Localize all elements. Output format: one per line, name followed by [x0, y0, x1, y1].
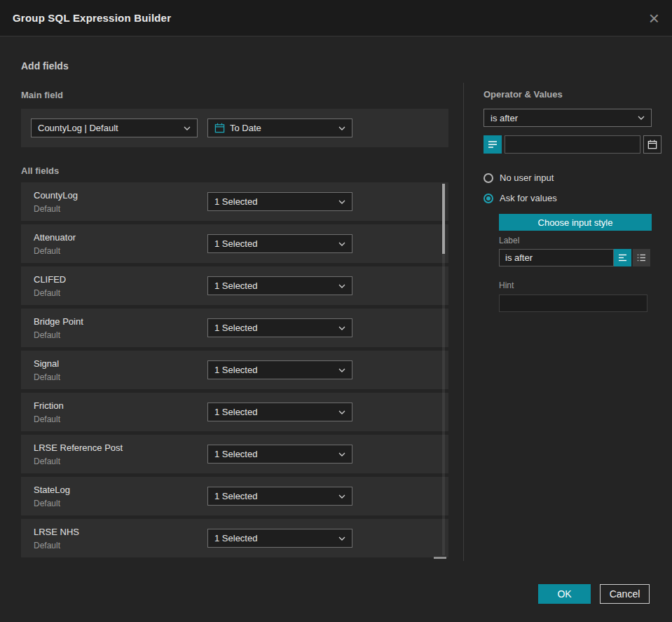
field-row-friction: Friction Default 1 Selected: [21, 393, 448, 431]
input-style-icon-button[interactable]: [484, 135, 502, 154]
chevron-down-icon: [338, 200, 345, 204]
chevron-down-icon: [338, 452, 345, 457]
field-selected-dropdown[interactable]: 1 Selected: [207, 276, 352, 295]
chevron-down-icon: [338, 536, 345, 541]
date-dropdown-value: To Date: [230, 123, 334, 133]
chevron-down-icon: [338, 326, 345, 330]
dialog-header: Group SQL Expression Builder ×: [0, 0, 672, 36]
main-field-dropdown[interactable]: CountyLog | Default: [31, 119, 198, 137]
group-sql-expression-builder-dialog: Group SQL Expression Builder × Add field…: [0, 0, 672, 622]
label-input-row: [499, 249, 652, 266]
field-selected-dropdown[interactable]: 1 Selected: [207, 360, 352, 379]
field-name: StateLog: [34, 485, 70, 495]
list-style-icon-button[interactable]: [633, 249, 650, 266]
align-left-icon: [618, 254, 627, 262]
field-selected-value: 1 Selected: [214, 533, 334, 543]
dialog-title: Group SQL Expression Builder: [13, 12, 171, 24]
field-name: LRSE Reference Post: [34, 442, 123, 453]
choose-input-style-button[interactable]: Choose input style: [499, 214, 652, 231]
radio-no-user-input-label: No user input: [500, 173, 554, 183]
field-sublabel: Default: [34, 457, 60, 466]
field-name: Friction: [34, 400, 64, 411]
value-input-row: [484, 135, 652, 154]
chevron-down-icon: [338, 494, 345, 499]
field-selected-dropdown[interactable]: 1 Selected: [207, 234, 352, 253]
hint-caption: Hint: [499, 280, 514, 290]
chevron-down-icon: [338, 410, 345, 414]
all-fields-label: All fields: [21, 165, 59, 176]
add-fields-heading: Add fields: [21, 60, 69, 72]
close-icon[interactable]: ×: [649, 9, 659, 27]
chevron-down-icon: [338, 368, 345, 372]
main-field-dropdown-value: CountyLog | Default: [38, 123, 179, 133]
field-selected-dropdown[interactable]: 1 Selected: [207, 529, 352, 548]
field-selected-value: 1 Selected: [214, 238, 334, 249]
radio-ask-for-values-label: Ask for values: [500, 193, 557, 203]
field-selected-dropdown[interactable]: 1 Selected: [207, 487, 352, 506]
field-sublabel: Default: [34, 288, 60, 298]
field-name: CLIFED: [34, 274, 66, 285]
list-icon: [637, 254, 646, 262]
field-row-countylog: CountyLog Default 1 Selected: [21, 182, 448, 221]
field-name: CountyLog: [34, 190, 78, 201]
field-sublabel: Default: [34, 541, 60, 550]
field-sublabel: Default: [34, 204, 60, 214]
field-row-lrse-nhs: LRSE NHS Default 1 Selected: [21, 519, 448, 557]
field-name: Signal: [34, 358, 59, 369]
horizontal-scrollbar[interactable]: [434, 557, 446, 559]
input-lines-icon: [488, 140, 498, 149]
vertical-scrollbar[interactable]: [442, 184, 445, 555]
chevron-down-icon: [638, 116, 645, 120]
field-selected-value: 1 Selected: [214, 449, 334, 459]
field-row-signal: Signal Default 1 Selected: [21, 351, 448, 389]
chevron-down-icon: [338, 242, 345, 246]
radio-no-user-input[interactable]: No user input: [484, 173, 554, 183]
field-name: LRSE NHS: [34, 527, 79, 537]
radio-circle-selected-icon[interactable]: [484, 194, 493, 203]
cancel-button[interactable]: Cancel: [600, 584, 650, 604]
field-row-lrse-reference-post: LRSE Reference Post Default 1 Selected: [21, 435, 448, 473]
field-selected-value: 1 Selected: [214, 280, 334, 291]
chevron-down-icon: [184, 126, 191, 130]
main-field-label: Main field: [21, 90, 63, 100]
field-sublabel: Default: [34, 372, 60, 382]
all-fields-list: CountyLog Default 1 Selected Attenuator …: [21, 182, 448, 557]
chevron-down-icon: [338, 284, 345, 288]
ok-button[interactable]: OK: [538, 584, 591, 604]
field-selected-value: 1 Selected: [214, 365, 334, 375]
field-sublabel: Default: [34, 330, 60, 340]
align-left-icon-button[interactable]: [614, 249, 631, 266]
date-picker-button[interactable]: [643, 135, 661, 154]
field-name: Attenuator: [34, 232, 76, 243]
scrollbar-thumb[interactable]: [442, 184, 445, 254]
radio-circle-icon[interactable]: [484, 173, 493, 183]
panel-divider: [463, 83, 464, 561]
field-selected-dropdown[interactable]: 1 Selected: [207, 445, 352, 464]
field-row-statelog: StateLog Default 1 Selected: [21, 477, 448, 515]
field-selected-dropdown[interactable]: 1 Selected: [207, 318, 352, 337]
radio-ask-for-values[interactable]: Ask for values: [484, 193, 557, 203]
field-sublabel: Default: [34, 499, 60, 508]
label-input[interactable]: [499, 249, 614, 266]
value-input[interactable]: [505, 135, 640, 154]
hint-input[interactable]: [499, 295, 647, 312]
date-field-dropdown[interactable]: To Date: [207, 119, 352, 137]
field-selected-value: 1 Selected: [214, 491, 334, 501]
field-name: Bridge Point: [34, 316, 83, 327]
label-caption: Label: [499, 236, 519, 245]
chevron-down-icon: [338, 126, 345, 130]
field-sublabel: Default: [34, 246, 60, 256]
field-row-clifed: CLIFED Default 1 Selected: [21, 266, 448, 305]
field-sublabel: Default: [34, 414, 60, 424]
operator-dropdown-value: is after: [491, 113, 633, 123]
field-row-bridge-point: Bridge Point Default 1 Selected: [21, 309, 448, 347]
field-selected-dropdown[interactable]: 1 Selected: [207, 403, 352, 421]
main-field-panel: CountyLog | Default To Date: [21, 109, 448, 147]
calendar-icon: [214, 123, 225, 133]
operator-values-heading: Operator & Values: [484, 89, 563, 100]
field-selected-value: 1 Selected: [214, 323, 334, 333]
field-selected-value: 1 Selected: [214, 407, 334, 417]
field-selected-dropdown[interactable]: 1 Selected: [207, 192, 352, 211]
operator-dropdown[interactable]: is after: [484, 109, 652, 127]
field-selected-value: 1 Selected: [214, 196, 334, 207]
